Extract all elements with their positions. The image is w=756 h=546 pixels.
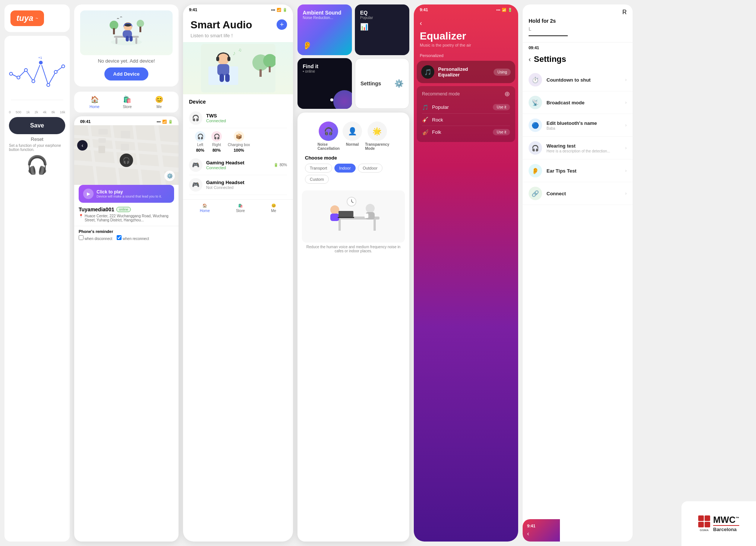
settings-menu-card[interactable]: Settings ⚙️ [355, 58, 409, 109]
map-gear-button[interactable]: ⚙️ [164, 171, 175, 181]
tws-status: Connected [206, 119, 226, 123]
column-5: 9:41 ▪▪▪ 📶 🔋 ‹ Equalizer Music is the po… [414, 4, 518, 542]
r-label: R [529, 9, 627, 16]
eq-mode-folk[interactable]: 🎻 Folk Use it [422, 126, 510, 138]
settings-item-broadcast[interactable]: 📡 Broadcast mode › [523, 91, 633, 114]
disconnect-option[interactable]: when disconnect [79, 235, 112, 241]
reminder-section: Phone's reminder when disconnect when re… [74, 226, 179, 244]
noise-cancel-label: NoiseCancellation [318, 142, 340, 151]
l-label: L [529, 26, 627, 32]
graph-dot-2[interactable] [25, 69, 28, 72]
graph-dot-0[interactable] [10, 72, 13, 75]
eq-personalized-label: Personalized [414, 50, 518, 58]
eq-wifi-icon: 📶 [502, 8, 506, 12]
nav-me[interactable]: 😊 Me [155, 95, 163, 109]
eq-status-bar: 9:41 ▪▪▪ 📶 🔋 [414, 4, 518, 13]
svg-rect-30 [259, 69, 262, 77]
equalizer-graph: +1 [9, 40, 65, 107]
add-button-circle[interactable]: + [277, 19, 287, 30]
reconnect-option[interactable]: when reconnect [117, 235, 149, 241]
eq-popular-name: Popular [432, 104, 449, 110]
settings-item-bluetooth[interactable]: 🔵 Edit bluetooth's name Baba › [523, 114, 633, 137]
normal-circle: 👤 [343, 121, 362, 141]
eq-mode-rock[interactable]: 🎸 Rock [422, 114, 510, 126]
eq-time: 9:41 [420, 7, 428, 12]
device-section-title: Device [189, 99, 287, 105]
graph-dot-6[interactable] [54, 70, 57, 73]
smart-audio-time: 9:41 [189, 7, 197, 12]
nav-store-label: Store [123, 105, 132, 109]
bluetooth-title: Edit bluetooth's name [546, 120, 621, 126]
eq-header: ‹ Equalizer Music is the poetry of the a… [414, 13, 518, 50]
wearing-desc: Here is a description of the detection..… [546, 149, 621, 153]
settings-item-ear-tips[interactable]: 👂 Ear Tips Test › [523, 160, 633, 182]
left-percent: 80% [196, 148, 204, 152]
eq-title: EQ [360, 10, 404, 16]
eq-popular: Popular [360, 16, 404, 20]
gaming-headset-1-name: Gaming Headset [206, 160, 245, 165]
nav-home-label: Home [89, 105, 100, 109]
graph-dot-5[interactable] [47, 83, 50, 86]
map-phone: 09:41 ▪▪▪ 📶 🔋 [74, 116, 179, 542]
mode-tag-custom[interactable]: Custom [305, 175, 329, 184]
eq-card[interactable]: EQ Popular 📊 [355, 4, 409, 55]
eq-signal-icon: ▪▪▪ [496, 8, 500, 12]
smart-audio-status-icons: ▪▪▪ 📶 🔋 [271, 8, 287, 12]
reconnect-checkbox[interactable] [117, 235, 122, 240]
eq-popular-use-button[interactable]: Use it [493, 104, 510, 110]
reset-label[interactable]: Reset [9, 136, 65, 142]
gaming-headset-1-status: Connected [206, 165, 245, 170]
column-1: tuya ~ +1 05001k2k4k8k16k Sav [4, 4, 70, 542]
smart-audio-nav-me[interactable]: 😊 Me [271, 203, 276, 213]
disconnect-checkbox[interactable] [79, 235, 84, 240]
eq-mode-popular[interactable]: 🎵 Popular Use it [422, 101, 510, 114]
map-back-button[interactable]: ‹ [77, 140, 88, 151]
add-device-button[interactable]: Add Device [104, 67, 149, 81]
smart-audio-nav-store[interactable]: 🛍️ Store [236, 203, 245, 213]
settings-back-button[interactable]: ‹ [529, 56, 531, 63]
graph-dot-7[interactable] [62, 65, 65, 68]
mode-tag-transport[interactable]: Transport [305, 164, 332, 173]
mode-tag-indoor[interactable]: Indoor [334, 164, 356, 173]
eq-rec-title: Recommend mode [422, 91, 460, 97]
wifi-icon-2: 📶 [277, 8, 281, 12]
eq-using-button[interactable]: Using [494, 69, 511, 76]
eq-add-icon[interactable]: ⊕ [504, 90, 510, 98]
settings-item-wearing[interactable]: 🎧 Wearing test Here is a description of … [523, 137, 633, 160]
left-bud-icon: 🎧 [195, 131, 205, 142]
ambient-sound-card[interactable]: Ambient Sound Noise Reduction... 👂 [297, 4, 352, 55]
column-3: 9:41 ▪▪▪ 📶 🔋 + Smart Audio Listen to sma… [183, 4, 293, 542]
mode-tag-outdoor[interactable]: Outdoor [358, 164, 382, 173]
save-button[interactable]: Save [9, 117, 65, 134]
gaming-headset-2-status: Not Connected [206, 185, 245, 190]
bluetooth-desc: Baba [546, 126, 621, 130]
eq-preview-back[interactable]: ‹ [527, 530, 555, 537]
nc-mode-noise-cancel[interactable]: 🎧 NoiseCancellation [318, 121, 340, 151]
graph-dot-1[interactable] [17, 76, 20, 79]
eq-recommend-section: Recommend mode ⊕ 🎵 Popular Use it 🎸 Rock… [417, 86, 515, 142]
settings-item-countdown[interactable]: ⏱️ Countdown to shut › [523, 69, 633, 91]
play-button[interactable]: ▶ [83, 189, 94, 199]
nc-mode-normal[interactable]: 👤 Normal [343, 121, 362, 151]
map-background[interactable]: 🎧 ‹ ⚙️ [74, 125, 179, 185]
store-nav-icon: 🛍️ [238, 203, 243, 208]
svg-point-48 [366, 204, 375, 213]
svg-rect-25 [98, 138, 106, 143]
find-it-card[interactable]: Find it • online [297, 58, 352, 109]
settings-item-connect[interactable]: 🔗 Connect › [523, 182, 633, 205]
graph-dot-3[interactable] [32, 80, 35, 83]
nc-mode-selector: 🎧 NoiseCancellation 👤 Normal 🌟 Transpare… [305, 121, 402, 151]
nav-store[interactable]: 🛍️ Store [123, 95, 132, 109]
svg-rect-32 [269, 66, 271, 72]
nc-mode-transparency[interactable]: 🌟 TransparencyMode [365, 121, 389, 151]
battery-icon: 🔋 [168, 120, 173, 124]
nc-description: Reduce the human voice and medium freque… [302, 245, 405, 253]
find-dot-decoration [330, 98, 333, 101]
eq-bottom-preview: 9:41 ‹ [523, 519, 560, 542]
eq-folk-use-button[interactable]: Use it [493, 129, 510, 135]
nav-home[interactable]: 🏠 Home [89, 95, 100, 109]
eq-back-button[interactable]: ‹ [420, 19, 512, 27]
graph-dot-4[interactable] [39, 60, 43, 65]
eq-folk-icon: 🎻 [422, 129, 428, 135]
smart-audio-nav-home[interactable]: 🏠 Home [200, 203, 210, 213]
